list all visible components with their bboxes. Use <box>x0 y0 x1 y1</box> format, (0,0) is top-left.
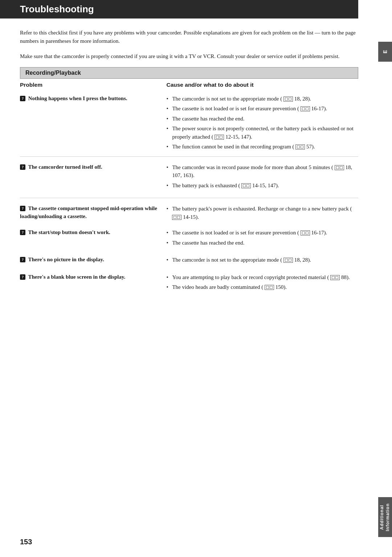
cause-item-6: You are attempting to play back or recor… <box>162 270 358 297</box>
bottom-tab: AdditionalInformation <box>378 497 392 537</box>
cause-list-item: The camcorder was in record pause mode f… <box>166 163 358 180</box>
cause-list-item: The camcorder is not set to the appropri… <box>166 95 358 103</box>
problem-item-1: ? Nothing happens when I press the butto… <box>20 91 162 157</box>
cause-item-5: The camcorder is not set to the appropri… <box>162 252 358 270</box>
problem-icon-2: ? <box>20 164 25 170</box>
cause-list-item: The power source is not properly connect… <box>166 124 358 141</box>
problem-icon-1: ? <box>20 96 25 101</box>
column-header-cause: Cause and/or what to do about it <box>162 79 358 91</box>
cause-item-4: The cassette is not loaded or is set for… <box>162 226 358 252</box>
column-header-problem: Problem <box>20 79 162 91</box>
problem-item-6: ? There's a blank blue screen in the dis… <box>20 270 162 297</box>
problem-item-4: ? The start/stop button doesn't work. <box>20 226 162 252</box>
problem-icon-3: ? <box>20 206 25 211</box>
cause-list-item: The battery pack's power is exhausted. R… <box>166 205 358 221</box>
section-header: Recording/Playback <box>20 67 358 79</box>
page-number: 153 <box>20 538 32 546</box>
problem-icon-4: ? <box>20 230 25 235</box>
table-row: ? Nothing happens when I press the butto… <box>20 91 358 157</box>
problem-item-5: ? There's no picture in the display. <box>20 252 162 270</box>
table-row: ? The cassette compartment stopped mid-o… <box>20 198 358 227</box>
problem-item-2: ? The camcorder turned itself off. <box>20 156 162 198</box>
intro-paragraph-2: Make sure that the camcorder is properly… <box>20 52 358 61</box>
side-tab-e: E <box>378 42 392 62</box>
cause-list-item: The video heads are badly contaminated (… <box>166 283 358 291</box>
cause-list-item: The cassette has reached the end. <box>166 239 358 247</box>
cause-item-3: The battery pack's power is exhausted. R… <box>162 198 358 227</box>
page-header: Troubleshooting <box>0 0 358 19</box>
cause-item-2: The camcorder was in record pause mode f… <box>162 156 358 198</box>
troubleshooting-table: Problem Cause and/or what to do about it… <box>20 79 358 297</box>
cause-list-item: The function cannot be used in that reco… <box>166 143 358 151</box>
table-row: ? The camcorder turned itself off. The c… <box>20 156 358 198</box>
cause-list-item: You are attempting to play back or recor… <box>166 273 358 282</box>
intro-paragraph-1: Refer to this checklist first if you hav… <box>20 29 358 46</box>
problem-item-3: ? The cassette compartment stopped mid-o… <box>20 198 162 227</box>
cause-list-item: The cassette is not loaded or is set for… <box>166 229 358 237</box>
problem-icon-6: ? <box>20 274 25 280</box>
cause-list-item: The cassette is not loaded or is set for… <box>166 105 358 113</box>
table-row: ? There's a blank blue screen in the dis… <box>20 270 358 297</box>
table-row: ? The start/stop button doesn't work. Th… <box>20 226 358 252</box>
bottom-tab-label: AdditionalInformation <box>379 503 391 531</box>
cause-list-item: The cassette has reached the end. <box>166 115 358 123</box>
page-title: Troubleshooting <box>20 4 351 15</box>
problem-icon-5: ? <box>20 257 25 262</box>
side-tab-label: E <box>382 50 388 53</box>
cause-list-item: The camcorder is not set to the appropri… <box>166 256 358 264</box>
table-row: ? There's no picture in the display. The… <box>20 252 358 270</box>
cause-item-1: The camcorder is not set to the appropri… <box>162 91 358 157</box>
cause-list-item: The battery pack is exhausted ( ☐☐ 14-15… <box>166 181 358 190</box>
